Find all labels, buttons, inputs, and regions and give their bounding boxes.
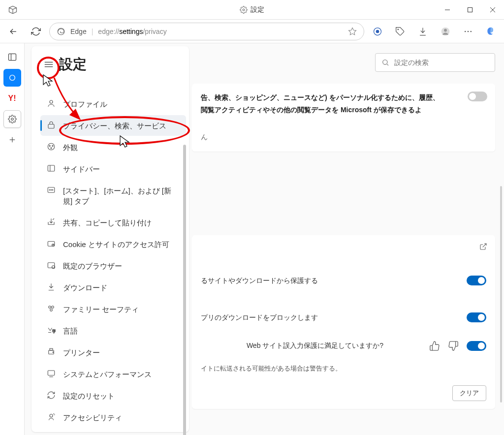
menu-item-icon — [46, 304, 56, 313]
sidebar-item-0[interactable]: プロファイル — [40, 93, 186, 114]
rail-panel-icon[interactable] — [3, 48, 21, 66]
svg-marker-6 — [349, 28, 356, 34]
clear-button[interactable]: クリア — [452, 385, 486, 401]
sidebar-item-1[interactable]: プライバシー、検索、サービス — [40, 115, 186, 136]
typo-protection-toggle[interactable] — [467, 341, 486, 351]
svg-rect-25 — [48, 124, 54, 128]
hamburger-menu-icon[interactable] — [43, 59, 54, 70]
refresh-button[interactable] — [27, 22, 45, 41]
url-text: edge://settings/privacy — [98, 28, 343, 35]
content-scrollbar[interactable] — [500, 186, 502, 403]
svg-point-14 — [471, 31, 472, 32]
svg-point-42 — [50, 309, 53, 311]
menu-item-label: 言語 — [63, 325, 78, 336]
sidebar-item-8[interactable]: ダウンロード — [40, 277, 186, 298]
more-menu-icon[interactable] — [459, 22, 477, 41]
svg-point-0 — [243, 9, 245, 11]
smartscreen-toggle[interactable] — [467, 276, 486, 285]
svg-rect-44 — [49, 350, 54, 354]
sidebar-scrollbar[interactable] — [183, 145, 186, 435]
card-text-line1: 告、検索、ショッピング、ニュースなど) をパーソナル化するために、履歴、 — [201, 92, 486, 104]
external-link-icon[interactable] — [479, 243, 487, 250]
rail-new-tab-icon[interactable] — [3, 131, 21, 149]
menu-item-icon — [46, 347, 56, 357]
security-card: るサイトやダウンロードから保護する プリのダウンロードをブロックします Web … — [192, 235, 495, 409]
sidebar-item-14[interactable]: アクセシビリティ — [40, 407, 186, 428]
svg-point-13 — [468, 31, 469, 32]
card-text-line3: ん — [201, 131, 486, 143]
menu-item-label: 既定のブラウザー — [63, 260, 122, 271]
svg-rect-15 — [8, 54, 16, 60]
sidebar-item-4[interactable]: [スタート]、[ホーム]、および [新規] タブ — [40, 180, 186, 211]
personalization-card: 告、検索、ショッピング、ニュースなど) をパーソナル化するために、履歴、 閲覧ア… — [192, 84, 495, 152]
svg-rect-45 — [50, 348, 53, 350]
svg-point-41 — [52, 306, 54, 309]
menu-item-label: ファミリー セーフティ — [63, 304, 139, 314]
menu-item-icon — [46, 98, 56, 108]
settings-search-input[interactable] — [394, 59, 489, 66]
svg-point-49 — [50, 414, 53, 417]
sidebar-item-12[interactable]: システムとパフォーマンス — [40, 364, 186, 384]
settings-sidebar: 設定 プロファイルプライバシー、検索、サービス外観サイドバー[スタート]、[ホー… — [32, 46, 189, 432]
sidebar-item-11[interactable]: プリンター — [40, 342, 186, 363]
settings-search-box[interactable] — [375, 53, 495, 72]
menu-item-label: システムとパフォーマンス — [63, 369, 152, 379]
thumbs-down-icon[interactable] — [448, 341, 459, 351]
typo-question: Web サイト誤入力保護に満足していますか? — [201, 340, 429, 352]
favorite-star-icon[interactable] — [348, 27, 357, 36]
gear-icon — [240, 6, 248, 14]
password-manager-icon[interactable] — [368, 22, 387, 41]
sidebar-item-13[interactable]: 設定のリセット — [40, 385, 186, 406]
rail-settings-icon[interactable] — [3, 110, 21, 128]
pua-toggle[interactable] — [467, 312, 486, 322]
sidebar-item-9[interactable]: ファミリー セーフティ — [40, 299, 186, 319]
sidebar-item-3[interactable]: サイドバー — [40, 158, 186, 179]
downloads-icon[interactable] — [413, 22, 432, 41]
thumbs-up-icon[interactable] — [429, 341, 440, 351]
sidebar-item-10[interactable]: 字言語 — [40, 320, 186, 341]
menu-item-icon — [46, 239, 56, 249]
menu-item-label: アクセシビリティ — [63, 412, 122, 423]
sidebar-item-6[interactable]: Cookie とサイトのアクセス許可 — [40, 234, 186, 254]
menu-item-icon — [46, 390, 56, 400]
personalization-toggle[interactable] — [468, 92, 487, 101]
menu-item-icon — [46, 412, 56, 422]
svg-point-27 — [49, 145, 50, 146]
menu-item-label: 設定のリセット — [63, 390, 115, 401]
close-button[interactable] — [481, 0, 504, 20]
extensions-icon[interactable] — [391, 22, 410, 41]
menu-item-label: 共有、コピーして貼り付け — [63, 217, 152, 228]
svg-point-34 — [51, 189, 52, 190]
svg-point-51 — [383, 60, 387, 64]
vertical-tab-rail: Y! — [0, 43, 25, 435]
svg-point-40 — [49, 306, 51, 309]
menu-item-label: プロファイル — [63, 98, 107, 109]
svg-line-52 — [387, 64, 388, 65]
rail-yahoo-icon[interactable]: Y! — [3, 90, 21, 107]
svg-point-28 — [52, 145, 53, 146]
menu-item-icon — [46, 260, 56, 270]
copilot-icon[interactable] — [481, 22, 500, 41]
back-button[interactable] — [4, 22, 23, 41]
profile-avatar[interactable] — [436, 22, 455, 41]
menu-item-label: サイドバー — [63, 163, 100, 174]
menu-item-icon — [46, 120, 56, 130]
svg-point-29 — [51, 148, 52, 149]
sidebar-item-7[interactable]: 既定のブラウザー — [40, 255, 186, 276]
minimize-button[interactable] — [436, 0, 459, 20]
menu-item-label: [スタート]、[ホーム]、および [新規] タブ — [63, 185, 180, 206]
sidebar-item-5[interactable]: 共有、コピーして貼り付け — [40, 212, 186, 233]
maximize-button[interactable] — [459, 0, 481, 20]
address-bar[interactable]: Edge | edge://settings/privacy — [49, 23, 364, 40]
sidebar-item-2[interactable]: 外観 — [40, 137, 186, 157]
edge-logo-icon — [57, 27, 65, 36]
menu-item-icon — [46, 142, 56, 152]
search-icon — [381, 59, 389, 66]
settings-title: 設定 — [59, 55, 87, 74]
svg-point-8 — [376, 30, 379, 33]
menu-item-icon — [46, 369, 56, 378]
menu-item-label: プリンター — [63, 347, 100, 358]
rail-circle-icon[interactable] — [3, 69, 21, 87]
svg-point-9 — [398, 29, 399, 30]
sidebar-item-15[interactable]: Microsoft Edge について — [40, 429, 186, 432]
